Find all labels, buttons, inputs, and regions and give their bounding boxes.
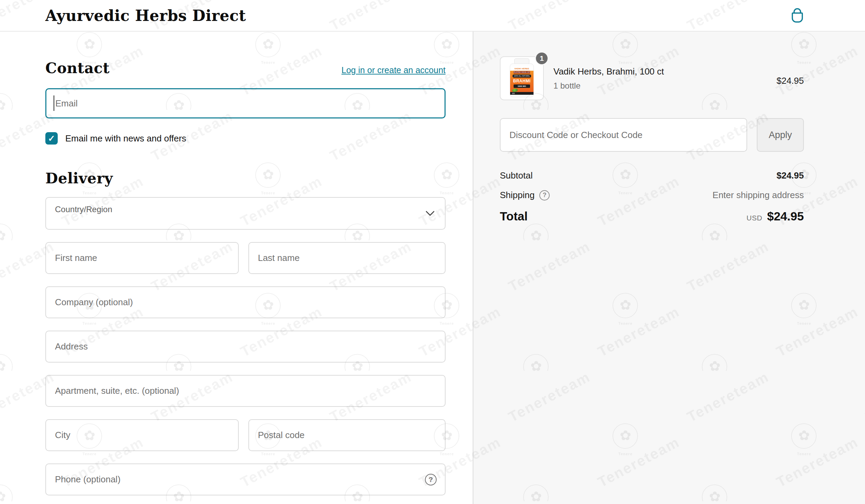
- shipping-row: Shipping ? Enter shipping address: [500, 190, 804, 201]
- phone-help-icon[interactable]: ?: [425, 474, 437, 485]
- bottle-band-text: 100% ALL NATURAL: [513, 75, 531, 78]
- cost-summary: Subtotal $24.95 Shipping ? Enter shippin…: [500, 170, 804, 223]
- newsletter-label[interactable]: Email me with news and offers: [65, 133, 186, 144]
- bottle-name-text: BRAHMI: [510, 79, 533, 83]
- first-name-input[interactable]: [45, 242, 239, 274]
- shopping-bag-icon: [789, 19, 805, 24]
- check-icon: ✓: [48, 134, 55, 144]
- email-input[interactable]: [45, 88, 446, 118]
- apply-discount-button[interactable]: Apply: [757, 118, 804, 152]
- total-label: Total: [500, 209, 528, 223]
- subtotal-value: $24.95: [776, 170, 804, 181]
- country-select-label: Country/Region: [55, 205, 436, 214]
- cart-line-item: 1 VADIK HERBS TRUSTED SINCE 1972 100% AL…: [500, 56, 804, 100]
- shipping-value: Enter shipping address: [712, 190, 804, 201]
- subtotal-label: Subtotal: [500, 170, 532, 181]
- bottle-brand-text: VADIK HERBS: [514, 68, 529, 70]
- product-price: $24.95: [776, 76, 804, 86]
- delivery-heading: Delivery: [45, 170, 446, 187]
- product-bottle-art: VADIK HERBS TRUSTED SINCE 1972 100% ALL …: [509, 58, 535, 97]
- bottle-count-text: 100: [510, 92, 533, 95]
- bottle-body: VADIK HERBS TRUSTED SINCE 1972 100% ALL …: [510, 64, 534, 97]
- bottle-mg-text: 1000 MG: [514, 84, 530, 88]
- product-title: Vadik Herbs, Brahmi, 100 ct: [553, 66, 769, 77]
- quantity-badge: 1: [535, 51, 549, 65]
- chevron-down-icon: [426, 211, 435, 216]
- bottle-cap: [514, 58, 529, 64]
- postal-code-input[interactable]: [248, 419, 446, 451]
- shipping-help-icon[interactable]: ?: [539, 190, 550, 201]
- bottle-banner-text: TRUSTED SINCE 1972: [514, 71, 530, 73]
- subtotal-row: Subtotal $24.95: [500, 170, 804, 181]
- cart-button[interactable]: [789, 8, 805, 23]
- address-input[interactable]: [45, 331, 446, 363]
- discount-code-input[interactable]: [500, 118, 747, 152]
- checkout-header: Ayurvedic Herbs Direct: [0, 0, 865, 32]
- city-input[interactable]: [45, 419, 239, 451]
- phone-input[interactable]: [45, 463, 446, 495]
- currency-code: USD: [746, 214, 762, 222]
- product-variant: 1 bottle: [553, 81, 769, 91]
- total-row: Total USD $24.95: [500, 209, 804, 223]
- bottle-leaf-art: [512, 89, 518, 92]
- apartment-input[interactable]: [45, 375, 446, 407]
- country-select[interactable]: Country/Region: [45, 197, 446, 230]
- order-summary-panel: 1 VADIK HERBS TRUSTED SINCE 1972 100% AL…: [473, 32, 865, 504]
- text-cursor: [54, 95, 54, 111]
- checkout-form-panel: Contact Log in or create an account ✓ Em…: [0, 32, 473, 504]
- store-name: Ayurvedic Herbs Direct: [45, 7, 246, 24]
- last-name-input[interactable]: [248, 242, 446, 274]
- contact-heading: Contact: [45, 60, 110, 77]
- company-input[interactable]: [45, 286, 446, 318]
- total-value: $24.95: [767, 209, 804, 223]
- product-image: 1 VADIK HERBS TRUSTED SINCE 1972 100% AL…: [500, 56, 544, 100]
- shipping-label: Shipping: [500, 190, 535, 201]
- newsletter-checkbox[interactable]: ✓: [45, 132, 58, 145]
- login-link[interactable]: Log in or create an account: [341, 65, 446, 75]
